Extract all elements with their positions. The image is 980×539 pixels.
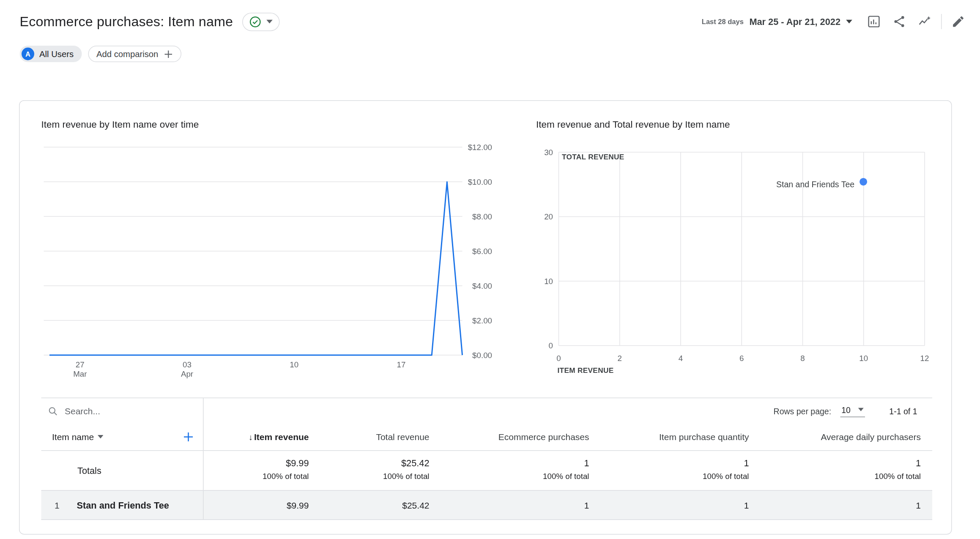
share-icon (892, 15, 906, 29)
row-cell-total-revenue: $25.42 (322, 500, 442, 510)
page-title: Ecommerce purchases: Item name (20, 14, 233, 30)
column-header-total-revenue[interactable]: Total revenue (322, 432, 442, 442)
plus-icon (183, 431, 194, 443)
search-input[interactable] (65, 406, 172, 416)
comparison-chip-all-users[interactable]: A All Users (20, 46, 82, 62)
plus-icon (163, 49, 173, 59)
totals-cell: $9.99100% of total (204, 451, 322, 490)
totals-cell: 1100% of total (602, 451, 762, 490)
comparison-a-badge: A (22, 48, 34, 60)
add-comparison-button[interactable]: Add comparison (88, 46, 181, 62)
add-comparison-label: Add comparison (96, 49, 158, 59)
customize-chart-button[interactable] (861, 10, 887, 33)
report-header: Ecommerce purchases: Item name Last 28 d… (0, 0, 980, 33)
totals-value: 1 (762, 458, 921, 468)
report-status-button[interactable] (243, 12, 280, 31)
svg-text:10: 10 (860, 354, 868, 363)
totals-sub: 100% of total (442, 472, 589, 481)
chevron-down-icon (267, 20, 273, 24)
svg-text:$6.00: $6.00 (472, 247, 492, 256)
svg-text:20: 20 (545, 212, 553, 221)
svg-text:TOTAL REVENUE: TOTAL REVENUE (562, 153, 624, 161)
table-toolbar: Rows per page: 10 1-1 of 1 (41, 398, 933, 424)
comparison-a-label: All Users (39, 49, 74, 59)
rows-per-page-value: 10 (841, 405, 851, 415)
row-cell-item-purchase-quantity: 1 (602, 500, 762, 510)
date-range-label: Last 28 days (702, 18, 744, 25)
share-button[interactable] (887, 10, 912, 33)
report-title-group: Ecommerce purchases: Item name (20, 12, 280, 31)
svg-text:6: 6 (740, 354, 744, 363)
svg-text:8: 8 (801, 354, 805, 363)
header-controls: Last 28 days Mar 25 - Apr 21, 2022 (702, 10, 971, 33)
sort-descending-icon: ↓ (249, 432, 253, 442)
row-index: 1 (55, 500, 77, 510)
column-header-ecommerce-purchases[interactable]: Ecommerce purchases (442, 432, 602, 442)
chevron-down-icon (858, 408, 864, 411)
svg-text:Mar: Mar (73, 369, 87, 378)
table-pagination-controls: Rows per page: 10 1-1 of 1 (204, 405, 933, 417)
svg-text:$4.00: $4.00 (472, 282, 492, 290)
row-cell-item-revenue: $9.99 (204, 500, 322, 510)
table-search[interactable] (41, 398, 204, 424)
column-header-average-daily-purchasers[interactable]: Average daily purchasers (762, 432, 934, 442)
totals-sub: 100% of total (602, 472, 749, 481)
svg-text:17: 17 (397, 360, 405, 369)
insights-button[interactable] (912, 10, 937, 33)
totals-value: 1 (602, 458, 749, 468)
svg-text:0: 0 (549, 341, 553, 350)
svg-text:10: 10 (290, 360, 298, 369)
totals-cell: $25.42100% of total (322, 451, 442, 490)
svg-text:Stan and Friends Tee: Stan and Friends Tee (777, 180, 855, 189)
totals-value: $9.99 (204, 458, 309, 468)
check-circle-icon (249, 16, 262, 28)
svg-text:4: 4 (679, 354, 683, 363)
totals-value: 1 (442, 458, 589, 468)
chevron-down-icon (98, 435, 104, 438)
svg-text:12: 12 (920, 354, 929, 363)
column-header-item-purchase-quantity[interactable]: Item purchase quantity (602, 432, 762, 442)
chevron-down-icon (846, 20, 852, 24)
svg-text:$8.00: $8.00 (472, 212, 492, 221)
report-card: Item revenue by Item name over time $0.0… (19, 100, 952, 535)
column-header-label: Item revenue (254, 432, 309, 442)
svg-text:27: 27 (76, 360, 85, 369)
svg-text:30: 30 (545, 148, 553, 157)
line-chart: $0.00$2.00$4.00$6.00$8.00$10.00$12.0027M… (41, 138, 495, 379)
totals-row: Totals $9.99100% of total $25.42100% of … (41, 451, 933, 490)
charts-row: Item revenue by Item name over time $0.0… (41, 119, 933, 381)
rows-per-page-select[interactable]: 10 (840, 405, 865, 417)
svg-text:10: 10 (545, 277, 553, 286)
svg-text:2: 2 (618, 354, 622, 363)
divider (941, 14, 942, 29)
comparison-chips: A All Users Add comparison (0, 46, 980, 62)
totals-sub: 100% of total (204, 472, 309, 481)
pencil-icon (951, 15, 965, 29)
totals-label: Totals (41, 451, 204, 490)
date-range-value: Mar 25 - Apr 21, 2022 (749, 16, 840, 27)
svg-text:Apr: Apr (181, 369, 193, 378)
rows-per-page-label: Rows per page: (774, 406, 832, 416)
column-header-item-revenue[interactable]: ↓Item revenue (204, 432, 322, 442)
scatter-chart: 0246810120102030TOTAL REVENUEITEM REVENU… (536, 138, 933, 379)
page: Ecommerce purchases: Item name Last 28 d… (0, 0, 980, 539)
totals-cell: 1100% of total (762, 451, 934, 490)
row-cell-ecommerce-purchases: 1 (442, 500, 602, 510)
row-item-name: Stan and Friends Tee (77, 500, 169, 510)
column-header-item-name[interactable]: Item name (41, 424, 204, 450)
date-range-picker[interactable]: Mar 25 - Apr 21, 2022 (749, 16, 852, 27)
row-dimension-cell: 1 Stan and Friends Tee (41, 491, 204, 520)
scatter-chart-title: Item revenue and Total revenue by Item n… (536, 119, 933, 130)
data-table: Rows per page: 10 1-1 of 1 Item name (41, 398, 933, 520)
edit-report-button[interactable] (946, 10, 971, 33)
row-cell-average-daily-purchasers: 1 (762, 500, 934, 510)
pagination-status: 1-1 of 1 (889, 406, 917, 416)
table-row[interactable]: 1 Stan and Friends Tee $9.99 $25.42 1 1 … (41, 490, 933, 520)
svg-text:03: 03 (183, 360, 192, 369)
svg-text:$2.00: $2.00 (472, 316, 492, 325)
add-column-button[interactable] (183, 431, 203, 443)
totals-sub: 100% of total (762, 472, 921, 481)
svg-text:$12.00: $12.00 (468, 143, 492, 152)
insights-icon (918, 15, 932, 29)
line-chart-block: Item revenue by Item name over time $0.0… (41, 119, 495, 381)
